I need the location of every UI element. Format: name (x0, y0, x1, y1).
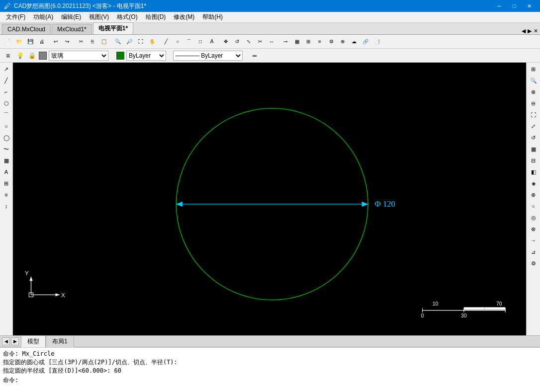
maximize-button[interactable]: □ (507, 1, 521, 11)
window-controls: ─ □ ✕ (492, 1, 536, 11)
tb-copy[interactable]: ⎘ (87, 36, 98, 47)
layer-name-select[interactable]: 玻璃 (49, 51, 108, 61)
linetype-select[interactable]: ———— ByLayer (173, 51, 243, 61)
tb-cut[interactable]: ✂ (76, 36, 87, 47)
menu-修改[interactable]: 修改(M) (170, 12, 198, 22)
tb-arc[interactable]: ⌒ (183, 36, 194, 47)
tb-new[interactable]: 📄 (2, 36, 13, 47)
rt-zoom-out[interactable]: ⊖ (528, 98, 539, 109)
tb-rect[interactable]: □ (195, 36, 206, 47)
tb-paste[interactable]: 📋 (98, 36, 109, 47)
rt-prop[interactable]: ⚙ (528, 258, 539, 269)
menu-编辑[interactable]: 编辑(E) (57, 12, 85, 22)
rt-orbit[interactable]: ↺ (528, 132, 539, 143)
tb-pan[interactable]: ✋ (147, 36, 158, 47)
cmd-line-1: 命令: Mx_Circle (3, 350, 537, 358)
lt-spline[interactable]: 〜 (1, 144, 12, 155)
rt-snap1[interactable]: ⊕ (528, 189, 539, 200)
lt-circle[interactable]: ○ (1, 121, 12, 132)
close-button[interactable]: ✕ (522, 1, 536, 11)
rt-snap3[interactable]: ◎ (528, 212, 539, 223)
rt-shade[interactable]: ◧ (528, 166, 539, 177)
tb-zoom-out[interactable]: 🔎 (124, 36, 135, 47)
tab-prev-icon[interactable]: ◀ (522, 28, 526, 34)
tb-save[interactable]: 💾 (25, 36, 36, 47)
tab-cad-mxcloud[interactable]: CAD.MxCloud (2, 24, 51, 34)
tb-cloud[interactable]: ☁ (349, 36, 360, 47)
tab-scroll-left[interactable]: ◀ (2, 337, 10, 345)
tb-scale[interactable]: ⤡ (243, 36, 254, 47)
rt-wire[interactable]: ◈ (528, 178, 539, 189)
svg-text:X: X (61, 292, 65, 298)
tb-circle[interactable]: ○ (172, 36, 183, 47)
tb-share[interactable]: 🔗 (360, 36, 371, 47)
menu-绘图[interactable]: 绘图(D) (142, 12, 170, 22)
rt-pan[interactable]: ⊞ (528, 64, 539, 75)
color-select[interactable]: ByLayer (126, 51, 166, 61)
tb-open[interactable]: 📁 (13, 36, 24, 47)
tb-layer[interactable]: ≡ (314, 36, 325, 47)
rt-3d[interactable]: ⊟ (528, 155, 539, 166)
lt-select[interactable]: ↗ (1, 64, 12, 75)
tb-pdf[interactable]: 📑 (371, 36, 382, 47)
lt-arrow[interactable]: ↕ (1, 201, 12, 212)
tb-undo[interactable]: ↩ (50, 36, 61, 47)
minimize-button[interactable]: ─ (492, 1, 506, 11)
lt-polygon[interactable]: ⬡ (1, 98, 12, 109)
tb-move[interactable]: ✥ (220, 36, 231, 47)
tb-hatch[interactable]: ▦ (291, 36, 302, 47)
command-input[interactable] (20, 377, 537, 384)
tb-extend[interactable]: ↔ (266, 36, 277, 47)
tab-model[interactable]: 模型 (21, 335, 46, 347)
layer-toggle-icon[interactable]: ≡ (3, 51, 13, 61)
rt-zoom-fit[interactable]: ⛶ (528, 109, 539, 120)
tb-text[interactable]: A (206, 36, 217, 47)
tb-zoom-fit[interactable]: ⛶ (135, 36, 146, 47)
command-input-line[interactable]: 命令: (3, 376, 537, 385)
rt-calc[interactable]: ⊿ (528, 246, 539, 257)
tb-snap[interactable]: ⊕ (337, 36, 348, 47)
tb-trim[interactable]: ✂ (255, 36, 266, 47)
tb-block[interactable]: ⊞ (303, 36, 314, 47)
lt-text[interactable]: A (1, 166, 12, 177)
tab-dianshi[interactable]: 电视平面1* (93, 22, 133, 34)
tb-print[interactable]: 🖨 (36, 36, 47, 47)
rt-zoom-in[interactable]: ⊕ (528, 86, 539, 97)
layer-lock-icon[interactable]: 🔒 (27, 51, 37, 61)
menu-文件[interactable]: 文件(F) (2, 12, 29, 22)
tab-next-icon[interactable]: ▶ (528, 28, 532, 34)
color-swatch[interactable] (116, 52, 124, 60)
tab-layout1[interactable]: 布局1 (46, 335, 74, 347)
rt-view[interactable]: ▦ (528, 144, 539, 155)
rt-snap4[interactable]: ⊗ (528, 224, 539, 235)
menu-格式[interactable]: 格式(O) (113, 12, 141, 22)
lt-ellipse[interactable]: ◯ (1, 132, 12, 143)
menu-视图[interactable]: 视图(V) (85, 12, 113, 22)
tab-navigation: ◀ ▶ ✕ (522, 28, 538, 34)
lineweight-icon[interactable]: ═ (250, 51, 260, 61)
tb-line[interactable]: ╱ (161, 36, 172, 47)
menu-功能[interactable]: 功能(A) (29, 12, 57, 22)
menu-帮助[interactable]: 帮助(H) (198, 12, 227, 22)
lt-arc[interactable]: ⌒ (1, 109, 12, 120)
tb-zoom-in[interactable]: 🔍 (112, 36, 123, 47)
rt-zoom[interactable]: 🔍 (528, 75, 539, 86)
lt-polyline[interactable]: ⌐ (1, 86, 12, 97)
tb-rotate[interactable]: ↺ (232, 36, 243, 47)
rt-zoom-win[interactable]: ⤢ (528, 121, 539, 132)
canvas-area[interactable]: Φ 120 Y X (13, 63, 526, 335)
lt-dim[interactable]: ⊞ (1, 178, 12, 189)
layer-visible-icon[interactable]: 💡 (15, 51, 25, 61)
tb-redo[interactable]: ↪ (62, 36, 73, 47)
lt-hatch[interactable]: ▦ (1, 155, 12, 166)
rt-snap5[interactable]: → (528, 235, 539, 246)
lt-more[interactable]: ≡ (1, 189, 12, 200)
tab-scroll-right[interactable]: ▶ (11, 337, 19, 345)
tb-prop[interactable]: ⚙ (326, 36, 337, 47)
tb-dim[interactable]: ⊸ (280, 36, 291, 47)
rt-snap2[interactable]: ○ (528, 201, 539, 212)
tab-mxcloud1[interactable]: MxCloud1* (52, 24, 92, 34)
layer-color-swatch[interactable] (39, 52, 47, 60)
tab-close-icon[interactable]: ✕ (534, 28, 538, 34)
lt-line[interactable]: ╱ (1, 75, 12, 86)
